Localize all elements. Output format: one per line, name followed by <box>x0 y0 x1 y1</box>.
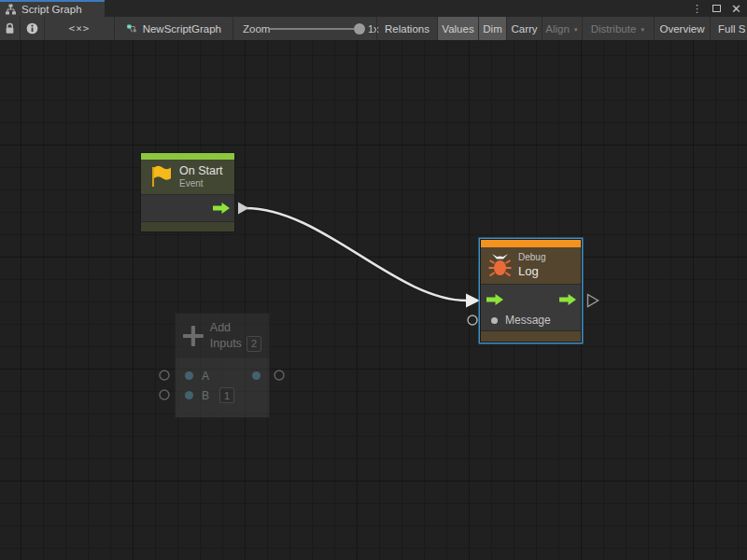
menu-icon[interactable]: ⋮ <box>692 4 702 14</box>
toolbar-right-group: Relations Values Dim Carry Align ▼ Distr… <box>376 17 747 40</box>
node-body <box>141 194 234 221</box>
value-output-dot[interactable] <box>252 371 261 380</box>
info-icon <box>26 22 38 35</box>
relations-button[interactable]: Relations <box>376 17 437 40</box>
code-view-button[interactable]: <×> <box>45 17 115 40</box>
port-row-a: A <box>176 366 269 385</box>
flow-row <box>481 289 581 310</box>
flow-output-arrow-icon[interactable] <box>559 294 576 305</box>
node-on-start[interactable]: On Start Event <box>140 152 235 232</box>
value-port-dot[interactable] <box>185 371 193 380</box>
node-subtitle: Event <box>179 178 223 189</box>
flow-output-arrow-icon[interactable] <box>213 203 230 214</box>
port-row-b: B 1 <box>176 385 269 405</box>
wire-onstart-to-debuglog[interactable] <box>246 208 467 301</box>
dim-button[interactable]: Dim <box>478 17 506 40</box>
node-header: Add Inputs 2 <box>176 314 269 358</box>
node-title: Log <box>518 264 545 279</box>
port-label: B <box>202 389 209 402</box>
info-button[interactable] <box>21 17 45 40</box>
node-body: Message <box>481 284 581 330</box>
zoom-slider-track[interactable] <box>270 28 354 30</box>
port-label: Message <box>505 314 551 327</box>
add-output-port[interactable] <box>275 371 284 380</box>
tab-script-graph[interactable]: Script Graph <box>0 0 105 17</box>
port-label: A <box>202 370 209 383</box>
add-input-a-port[interactable] <box>160 371 169 380</box>
values-button[interactable]: Values <box>437 17 478 40</box>
node-footer <box>141 221 234 231</box>
close-icon[interactable]: ✕ <box>731 3 741 15</box>
distribute-dropdown[interactable]: Distribute ▼ <box>582 17 654 40</box>
maximize-icon[interactable] <box>712 5 721 12</box>
code-icon: <×> <box>69 22 91 35</box>
chevron-down-icon: ▼ <box>640 27 645 33</box>
node-add-dimmed[interactable]: Add Inputs 2 A B 1 <box>175 313 270 418</box>
flow-input-arrow-icon[interactable] <box>486 294 503 305</box>
inputs-count-field[interactable]: 2 <box>247 336 261 352</box>
node-title: On Start <box>179 164 223 177</box>
script-graph-asset-icon <box>126 22 137 35</box>
node-body: A B 1 <box>176 358 269 417</box>
debuglog-output-port[interactable] <box>588 295 599 307</box>
lock-icon <box>5 22 15 35</box>
script-graph-window: Script Graph ⋮ ✕ <×> <box>0 0 747 560</box>
plus-icon <box>183 324 204 348</box>
lock-button[interactable] <box>0 17 21 40</box>
title-bar: Script Graph ⋮ ✕ <box>0 0 747 17</box>
graph-hierarchy-icon <box>5 4 17 15</box>
flag-icon <box>148 164 173 189</box>
node-header: Debug Log <box>481 247 581 284</box>
fullscreen-button[interactable]: Full S <box>710 17 747 40</box>
node-accent-bar <box>141 153 234 160</box>
value-port-dot[interactable] <box>185 391 193 399</box>
tab-label: Script Graph <box>21 4 82 15</box>
add-input-b-port[interactable] <box>160 390 169 399</box>
node-title: Add <box>210 320 261 335</box>
onstart-output-port[interactable] <box>238 203 249 215</box>
debuglog-message-port[interactable] <box>468 315 477 325</box>
node-kicker: Debug <box>518 252 545 264</box>
carry-button[interactable]: Carry <box>506 17 542 40</box>
wire-overlay <box>0 41 747 560</box>
node-debug-log[interactable]: Debug Log Message <box>481 240 581 342</box>
bug-icon <box>488 253 512 278</box>
graph-asset-name: NewScriptGraph <box>143 23 221 35</box>
zoom-label: Zoom <box>243 17 270 40</box>
message-row: Message <box>481 310 581 330</box>
graph-asset-button[interactable]: NewScriptGraph <box>115 17 233 40</box>
graph-toolbar: <×> NewScriptGraph Zoom 1x Relations Val… <box>0 17 747 41</box>
debuglog-input-port-connected[interactable] <box>466 294 480 308</box>
node-subtitle: Inputs <box>210 336 242 351</box>
align-dropdown[interactable]: Align ▼ <box>542 17 582 40</box>
value-port-dot[interactable] <box>491 317 498 324</box>
node-footer <box>481 330 581 342</box>
zoom-slider-handle[interactable] <box>354 23 365 35</box>
window-controls: ⋮ ✕ <box>692 0 741 17</box>
node-accent-bar <box>481 240 581 247</box>
chevron-down-icon: ▼ <box>573 27 579 33</box>
graph-canvas[interactable]: On Start Event <box>0 41 747 560</box>
node-header: On Start Event <box>141 160 234 194</box>
overview-button[interactable]: Overview <box>654 17 710 40</box>
port-b-value-field[interactable]: 1 <box>219 387 234 403</box>
